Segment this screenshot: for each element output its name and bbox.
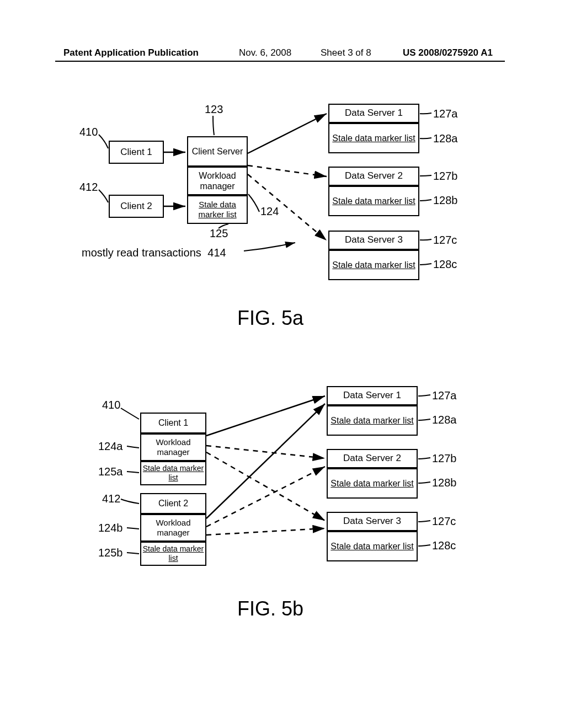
fig5b-ref-124a: 124a bbox=[98, 440, 123, 453]
fig5a-client-server-label: Client Server bbox=[192, 146, 243, 157]
fig5a-leader-128c bbox=[420, 264, 431, 265]
fig5a-arrow-cs-ds3 bbox=[248, 174, 327, 240]
fig5b-leader-127b bbox=[418, 458, 430, 459]
fig5b-client1-box: Client 1 bbox=[140, 413, 206, 433]
fig5a-workload-manager-label: Workload manager bbox=[188, 170, 247, 191]
header-rule bbox=[55, 61, 505, 62]
fig5a-stale-1-box: Stale data marker list bbox=[328, 123, 419, 153]
fig5b-client1-label: Client 1 bbox=[158, 417, 188, 428]
fig5a-stale-2-label: Stale data marker list bbox=[332, 196, 415, 206]
fig5b-data-server-1-label: Data Server 1 bbox=[343, 390, 401, 401]
fig5a-data-server-3-box: Data Server 3 bbox=[328, 231, 419, 250]
fig5a-note-mostly-read: mostly read transactions 414 bbox=[82, 247, 226, 259]
header-pubnum: US 2008/0275920 A1 bbox=[403, 47, 493, 58]
fig5a-leader-128a bbox=[420, 138, 431, 138]
fig5b-sd1-label: Stale data marker list bbox=[141, 464, 205, 483]
fig5a-ref-125: 125 bbox=[210, 227, 228, 240]
fig5a-leader-128b bbox=[420, 200, 431, 201]
fig5a-ref-412: 412 bbox=[79, 181, 98, 194]
fig5b-wm2-label: Workload manager bbox=[141, 518, 205, 538]
fig5a-ref-414: 414 bbox=[207, 247, 226, 259]
fig5b-stale-1-label: Stale data marker list bbox=[331, 415, 413, 426]
fig5b-ref-124b: 124b bbox=[98, 522, 123, 534]
fig5a-leader-127a bbox=[420, 113, 431, 114]
fig5a-workload-manager-box: Workload manager bbox=[187, 167, 248, 195]
fig5a-ref-127b: 127b bbox=[433, 170, 458, 183]
fig5a-leader-412 bbox=[99, 190, 108, 202]
fig5a-stale-data-box: Stale data marker list bbox=[187, 195, 248, 224]
fig5b-arrow-c2-ds3 bbox=[206, 528, 325, 535]
fig5b-ref-127a: 127a bbox=[432, 389, 457, 402]
fig5a-data-server-3-label: Data Server 3 bbox=[345, 234, 403, 245]
fig5b-wm1-label: Workload manager bbox=[141, 437, 205, 457]
header-date: Nov. 6, 2008 bbox=[239, 47, 291, 58]
fig5b-sd2-box: Stale data marker list bbox=[140, 542, 206, 566]
fig5b-wm2-box: Workload manager bbox=[140, 514, 206, 542]
fig5b-leader-128b bbox=[418, 482, 430, 483]
fig5b-ref-128b: 128b bbox=[432, 477, 457, 489]
fig5a-ref-124: 124 bbox=[260, 205, 279, 218]
fig5b-ref-127c: 127c bbox=[432, 515, 456, 528]
fig5b-leader-128a bbox=[418, 419, 430, 420]
fig5a-ref-123: 123 bbox=[205, 103, 223, 116]
fig5b-leader-127a bbox=[418, 395, 430, 396]
fig5b-stale-3-label: Stale data marker list bbox=[331, 541, 413, 552]
fig5b-leader-127c bbox=[418, 521, 430, 522]
fig5b-arrow-c2-ds1 bbox=[206, 404, 325, 518]
fig5b-leader-124a bbox=[127, 446, 139, 448]
fig5a-stale-2-box: Stale data marker list bbox=[328, 186, 419, 216]
fig5b-ref-128c: 128c bbox=[432, 539, 456, 552]
fig5b-data-server-1-box: Data Server 1 bbox=[327, 386, 418, 405]
fig5b-ref-125b: 125b bbox=[98, 547, 123, 559]
fig5b-client2-box: Client 2 bbox=[140, 493, 206, 514]
fig5a-ref-128b: 128b bbox=[433, 194, 458, 207]
fig5b-data-server-3-label: Data Server 3 bbox=[343, 516, 401, 527]
fig5a-stale-data-label: Stale data marker list bbox=[188, 200, 247, 220]
fig5b-arrow-c1-ds3 bbox=[206, 452, 325, 521]
fig5b-ref-412: 412 bbox=[102, 493, 120, 505]
fig5a-ref-128c: 128c bbox=[433, 258, 457, 271]
fig5a-arrow-cs-ds2 bbox=[248, 165, 327, 176]
fig5a-data-server-2-label: Data Server 2 bbox=[345, 170, 403, 181]
fig5b-stale-2-box: Stale data marker list bbox=[327, 468, 418, 499]
fig5a-arrow-cs-ds1 bbox=[248, 114, 327, 153]
fig5b-wm1-box: Workload manager bbox=[140, 433, 206, 461]
header-publication-title: Patent Application Publication bbox=[63, 47, 199, 58]
fig5a-client2-label: Client 2 bbox=[120, 201, 152, 212]
fig5a-stale-3-box: Stale data marker list bbox=[328, 250, 419, 280]
fig5b-leader-128c bbox=[418, 545, 430, 546]
fig5b-leader-125b bbox=[127, 553, 139, 554]
fig5b-client2-label: Client 2 bbox=[158, 498, 188, 508]
fig5b-data-server-2-label: Data Server 2 bbox=[343, 453, 401, 464]
fig5b-data-server-2-box: Data Server 2 bbox=[327, 449, 418, 468]
header-sheet: Sheet 3 of 8 bbox=[321, 47, 371, 58]
fig5a-data-server-2-box: Data Server 2 bbox=[328, 167, 419, 186]
fig5a-stale-1-label: Stale data marker list bbox=[332, 133, 415, 143]
fig5b-data-server-3-box: Data Server 3 bbox=[327, 512, 418, 531]
fig5a-leader-127c bbox=[420, 239, 431, 240]
fig5a-ref-410: 410 bbox=[79, 126, 98, 138]
fig5b-caption: FIG. 5b bbox=[237, 597, 303, 620]
fig5b-ref-125a: 125a bbox=[98, 465, 123, 478]
fig5b-leader-124b bbox=[127, 528, 139, 529]
fig5a-client2-box: Client 2 bbox=[109, 195, 164, 218]
fig5a-ref-127a: 127a bbox=[433, 108, 458, 120]
fig5b-ref-128a: 128a bbox=[432, 414, 457, 426]
fig5a-client-server-box: Client Server bbox=[187, 136, 248, 167]
fig5a-leader-123 bbox=[213, 116, 214, 135]
fig5b-leader-412 bbox=[121, 499, 139, 504]
fig5a-data-server-1-label: Data Server 1 bbox=[345, 108, 403, 119]
fig5a-client1-box: Client 1 bbox=[109, 141, 164, 164]
fig5b-sd1-box: Stale data marker list bbox=[140, 461, 206, 485]
fig5a-leader-127b bbox=[420, 175, 431, 176]
fig5b-sd2-label: Stale data marker list bbox=[141, 544, 205, 563]
fig5a-leader-414 bbox=[244, 243, 295, 251]
fig5a-note-text: mostly read transactions bbox=[82, 247, 201, 259]
fig5a-ref-128a: 128a bbox=[433, 132, 458, 145]
fig5b-ref-127b: 127b bbox=[432, 452, 457, 465]
fig5b-arrow-c1-ds2 bbox=[206, 446, 325, 458]
fig5a-leader-410 bbox=[99, 135, 108, 148]
fig5a-leader-124 bbox=[248, 194, 259, 212]
fig5b-arrow-c2-ds2 bbox=[206, 467, 325, 527]
fig5b-stale-1-box: Stale data marker list bbox=[327, 405, 418, 436]
